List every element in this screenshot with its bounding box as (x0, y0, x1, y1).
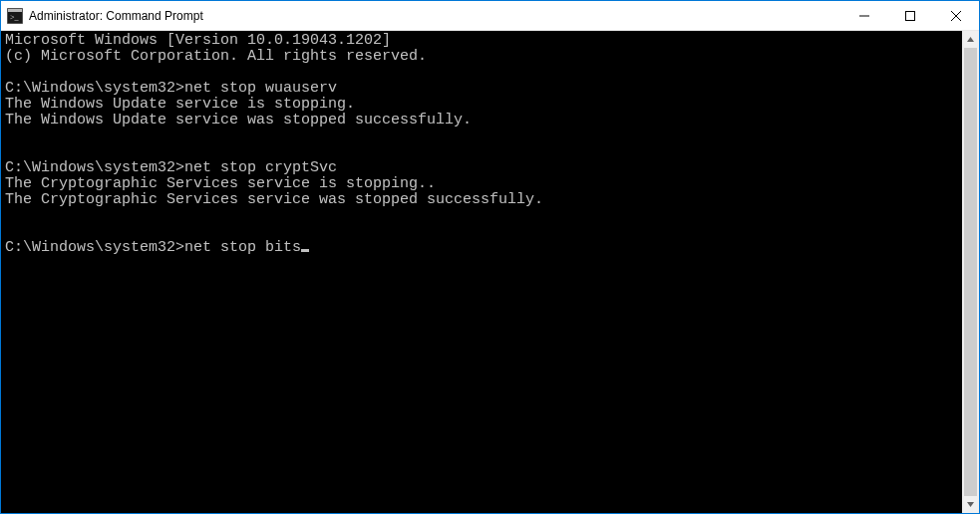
terminal-output[interactable]: Microsoft Windows [Version 10.0.19043.12… (1, 31, 962, 513)
scroll-up-button[interactable] (962, 31, 979, 48)
vertical-scrollbar[interactable] (962, 31, 979, 513)
svg-rect-1 (8, 9, 22, 12)
terminal-line: Microsoft Windows [Version 10.0.19043.12… (5, 33, 962, 49)
window-title: Administrator: Command Prompt (29, 9, 841, 23)
maximize-button[interactable] (887, 1, 933, 30)
titlebar[interactable]: >_ Administrator: Command Prompt (1, 1, 979, 31)
terminal-line (5, 224, 962, 240)
terminal-line (5, 144, 962, 160)
terminal-line (5, 65, 962, 81)
svg-marker-8 (967, 502, 974, 507)
cmd-icon: >_ (7, 8, 23, 24)
terminal-line: (c) Microsoft Corporation. All rights re… (5, 49, 962, 65)
terminal-area: Microsoft Windows [Version 10.0.19043.12… (1, 31, 979, 513)
scrollbar-track[interactable] (962, 48, 979, 496)
terminal-cursor (301, 249, 309, 252)
scrollbar-thumb[interactable] (964, 48, 977, 496)
terminal-line: The Windows Update service is stopping. (5, 97, 962, 113)
window-controls (841, 1, 979, 30)
scroll-down-button[interactable] (962, 496, 979, 513)
terminal-line (5, 208, 962, 224)
terminal-line: The Windows Update service was stopped s… (5, 113, 962, 128)
terminal-line: C:\Windows\system32>net stop wuauserv (5, 81, 962, 97)
command-prompt-window: >_ Administrator: Command Prompt Microso… (1, 1, 979, 513)
close-button[interactable] (933, 1, 979, 30)
terminal-line: The Cryptographic Services service is st… (5, 176, 962, 192)
svg-marker-7 (967, 37, 974, 42)
minimize-button[interactable] (841, 1, 887, 30)
terminal-line: C:\Windows\system32>net stop bits (5, 240, 962, 256)
terminal-line: C:\Windows\system32>net stop cryptSvc (5, 160, 962, 176)
svg-rect-4 (906, 11, 915, 20)
svg-text:>_: >_ (10, 13, 20, 22)
terminal-line: The Cryptographic Services service was s… (5, 192, 962, 208)
terminal-line (5, 128, 962, 144)
